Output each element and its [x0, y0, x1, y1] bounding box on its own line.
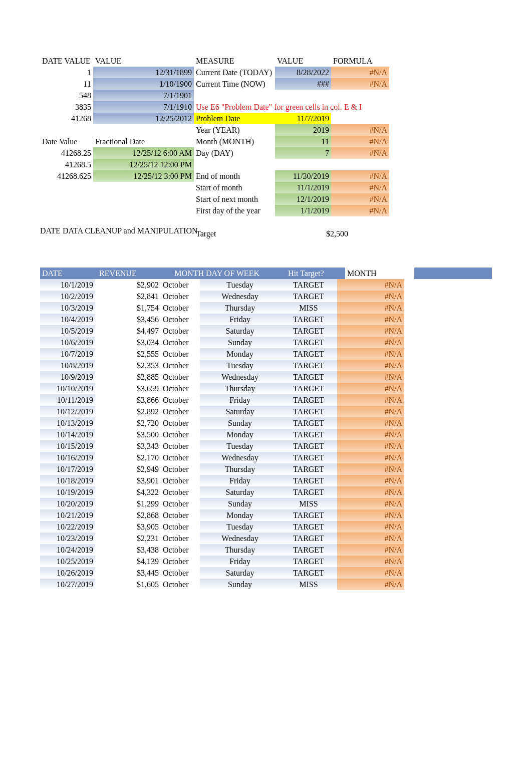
- cell-month-formula: #N/A: [337, 463, 404, 475]
- cell-revenue: $4,497: [95, 325, 161, 337]
- cell-month: October: [161, 579, 200, 590]
- cell-dow: Monday: [200, 509, 280, 521]
- cell-month: October: [161, 509, 200, 521]
- date-value-row: 5487/1/1901: [40, 90, 194, 101]
- measure-row: Year (YEAR)2019#N/A: [194, 124, 484, 136]
- th-date: DATE: [40, 268, 97, 279]
- cell-month-formula: #N/A: [337, 291, 404, 302]
- measure-row: Start of next month12/1/2019#N/A: [194, 193, 484, 205]
- cell-month: October: [161, 337, 200, 348]
- cell-hit-target: MISS: [280, 579, 337, 590]
- cell-month-formula: #N/A: [337, 544, 404, 556]
- cell-dow: Sunday: [200, 337, 280, 348]
- cell-hit-target: TARGET: [280, 394, 337, 406]
- formula-cell: #N/A: [331, 136, 389, 147]
- cell-dow: Sunday: [200, 579, 280, 590]
- cell-month: October: [161, 348, 200, 360]
- cell-revenue: $1,299: [95, 498, 161, 509]
- cell-date: 10/21/2019: [40, 509, 95, 521]
- measure-value: ###: [275, 78, 331, 90]
- cell-dow: Friday: [200, 556, 280, 567]
- header-value: VALUE: [93, 55, 194, 67]
- cell-month: October: [161, 498, 200, 509]
- cell-revenue: $2,720: [95, 417, 161, 429]
- spreadsheet-page: DATE VALUE VALUE 112/31/1899111/10/19005…: [0, 0, 532, 630]
- measure-label: First day of the year: [194, 205, 275, 216]
- cell-hit-target: MISS: [280, 302, 337, 314]
- cell-month-formula: #N/A: [337, 475, 404, 486]
- fractional-date-cell: 12/25/12 12:00 PM: [93, 159, 194, 170]
- cell-date: 10/8/2019: [40, 360, 95, 371]
- fractional-date-cell: 12/25/12 3:00 PM: [93, 170, 194, 182]
- measure-row: Current Time (NOW)####N/A: [194, 78, 484, 90]
- table-row: 10/26/2019$3,445OctoberSaturdayTARGET#N/…: [40, 567, 492, 579]
- cell-dow: Tuesday: [200, 279, 280, 291]
- table-row: 10/6/2019$3,034OctoberSundayTARGET#N/A: [40, 337, 492, 348]
- cell-date: 10/9/2019: [40, 371, 95, 383]
- table-row: 10/24/2019$3,438OctoberThursdayTARGET#N/…: [40, 544, 492, 556]
- formula-cell: #N/A: [331, 170, 389, 182]
- cell-hit-target: TARGET: [280, 279, 337, 291]
- cell-hit-target: TARGET: [280, 383, 337, 394]
- cell-hit-target: TARGET: [280, 360, 337, 371]
- cell-date: 10/27/2019: [40, 579, 95, 590]
- cell-date: 10/1/2019: [40, 279, 95, 291]
- date-value-cell: 11: [40, 78, 93, 90]
- cell-month-formula: #N/A: [337, 486, 404, 498]
- cell-revenue: $3,343: [95, 440, 161, 452]
- value-cell: 12/25/2012: [93, 113, 194, 124]
- cell-date: 10/5/2019: [40, 325, 95, 337]
- cell-month-formula: #N/A: [337, 302, 404, 314]
- cell-hit-target: TARGET: [280, 337, 337, 348]
- table-row: 10/9/2019$2,885OctoberWednesdayTARGET#N/…: [40, 371, 492, 383]
- cell-month: October: [161, 544, 200, 556]
- fractional-date-cell: 12/25/12 6:00 AM: [93, 147, 194, 159]
- cell-hit-target: TARGET: [280, 406, 337, 417]
- cell-month-formula: #N/A: [337, 406, 404, 417]
- th-dow: DAY OF WEEK: [204, 268, 286, 279]
- cell-hit-target: TARGET: [280, 556, 337, 567]
- measure-label: Day (DAY): [194, 147, 275, 159]
- cell-month: October: [161, 417, 200, 429]
- cell-date: 10/20/2019: [40, 498, 95, 509]
- cell-dow: Wednesday: [200, 371, 280, 383]
- cell-revenue: $3,901: [95, 475, 161, 486]
- date-value-cell: 1: [40, 67, 93, 78]
- cell-hit-target: TARGET: [280, 429, 337, 440]
- measure-row: Month (MONTH)11#N/A: [194, 136, 484, 147]
- cell-month-formula: #N/A: [337, 394, 404, 406]
- date-value-cell: 3835: [40, 101, 93, 113]
- fractional-date-value: 41268.625: [40, 170, 93, 182]
- table-row: 10/17/2019$2,949OctoberThursdayTARGET#N/…: [40, 463, 492, 475]
- fractional-date-value: 41268.5: [40, 159, 93, 170]
- cell-dow: Saturday: [200, 406, 280, 417]
- measure-value: 8/28/2022: [275, 67, 331, 78]
- cell-month: October: [161, 394, 200, 406]
- date-value-row: 111/10/1900: [40, 78, 194, 90]
- cell-date: 10/2/2019: [40, 291, 95, 302]
- cell-month-formula: #N/A: [337, 440, 404, 452]
- cell-revenue: $2,885: [95, 371, 161, 383]
- cell-revenue: $3,905: [95, 521, 161, 533]
- cell-date: 10/24/2019: [40, 544, 95, 556]
- table-row: 10/5/2019$4,497OctoberSaturdayTARGET#N/A: [40, 325, 492, 337]
- cell-revenue: $3,438: [95, 544, 161, 556]
- header-fractional-date: Fractional Date: [93, 136, 194, 147]
- cell-hit-target: TARGET: [280, 348, 337, 360]
- table-row: 10/19/2019$4,322OctoberSaturdayTARGET#N/…: [40, 486, 492, 498]
- cell-month-formula: #N/A: [337, 567, 404, 579]
- cell-hit-target: TARGET: [280, 452, 337, 463]
- cell-hit-target: TARGET: [280, 544, 337, 556]
- formula-cell: #N/A: [331, 124, 389, 136]
- formula-cell: #N/A: [331, 205, 389, 216]
- measure-row: Start of month11/1/2019#N/A: [194, 182, 484, 193]
- measure-value: 12/1/2019: [275, 193, 331, 205]
- table-header-row: DATE REVENUE MONTH DAY OF WEEK Hit Targe…: [40, 268, 492, 279]
- cell-date: 10/3/2019: [40, 302, 95, 314]
- data-table: DATE REVENUE MONTH DAY OF WEEK Hit Targe…: [40, 268, 492, 590]
- cell-month-formula: #N/A: [337, 579, 404, 590]
- cell-month-formula: #N/A: [337, 452, 404, 463]
- measure-label: Current Date (TODAY): [194, 67, 275, 78]
- cell-dow: Wednesday: [200, 452, 280, 463]
- cell-hit-target: TARGET: [280, 486, 337, 498]
